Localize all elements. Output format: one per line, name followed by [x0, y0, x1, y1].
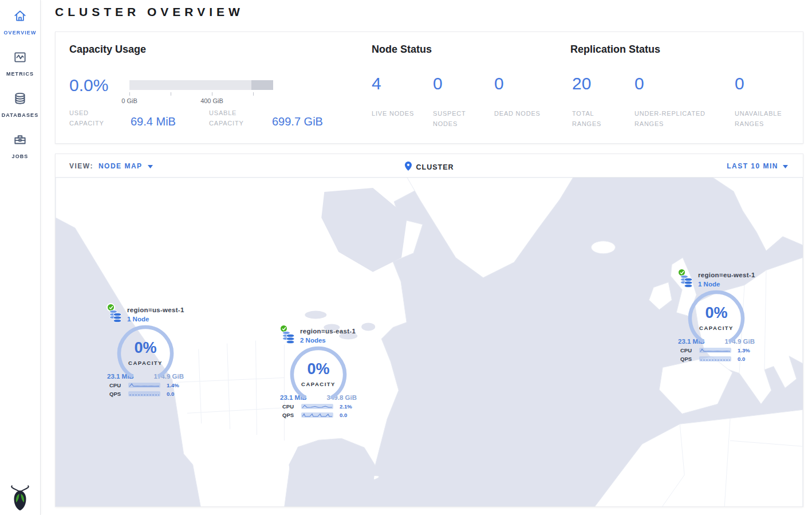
- sidebar-item-jobs[interactable]: JOBS: [0, 124, 40, 165]
- total-ranges-value: 20: [572, 75, 625, 92]
- chevron-down-icon: [783, 162, 788, 170]
- stat-dead-nodes: 0 DEAD NODES: [494, 75, 547, 119]
- stat-suspect-nodes: 0 SUSPECT NODES: [433, 75, 486, 129]
- locality-name[interactable]: region=us-west-1: [127, 306, 184, 313]
- cpu-sparkline: [301, 404, 333, 409]
- locality-marker-us-west-1: region=us-west-1 1 Node 0% CAPACITY 23.1…: [105, 303, 186, 397]
- metrics-icon: [13, 50, 27, 67]
- usable-capacity-value: 699.7 GiB: [272, 115, 323, 128]
- used-capacity-label: USED CAPACITY: [69, 108, 120, 128]
- sidebar-item-label: JOBS: [12, 154, 29, 159]
- sidebar-item-metrics[interactable]: METRICS: [0, 41, 40, 82]
- cockroachdb-logo: [0, 484, 40, 512]
- capacity-caption: CAPACITY: [290, 381, 347, 387]
- capacity-usage-title: Capacity Usage: [69, 44, 146, 56]
- sidebar: OVERVIEW METRICS DATABASES JOBS: [0, 0, 41, 515]
- replication-status-title: Replication Status: [570, 44, 660, 56]
- locality-node-count[interactable]: 1 Node: [127, 316, 149, 323]
- qps-value: 0.0: [167, 391, 174, 397]
- locality-node-count[interactable]: 1 Node: [698, 281, 720, 288]
- unavailable-ranges-value: 0: [735, 75, 798, 92]
- locality-database-icon: [109, 308, 124, 327]
- stat-live-nodes: 4 LIVE NODES: [372, 75, 424, 119]
- qps-sparkline: [301, 412, 333, 418]
- locality-name[interactable]: region=eu-west-1: [698, 272, 755, 278]
- used-capacity-value: 69.4 MiB: [131, 115, 176, 128]
- view-selector[interactable]: VIEW: NODE MAP: [69, 162, 153, 170]
- node-status-title: Node Status: [372, 44, 432, 56]
- capacity-axis-tick: [253, 92, 254, 96]
- sidebar-item-label: OVERVIEW: [3, 30, 36, 36]
- capacity-tick-label-400: 400 GiB: [195, 97, 229, 104]
- capacity-caption: CAPACITY: [688, 325, 745, 331]
- capacity-tick-label-0: 0 GiB: [112, 97, 147, 104]
- cpu-label: CPU: [109, 382, 128, 388]
- node-map-card: VIEW: NODE MAP CLUSTER LAST 10 MIN: [55, 154, 803, 507]
- total-ranges-label: TOTAL RANGES: [572, 109, 625, 129]
- cpu-label: CPU: [282, 403, 301, 410]
- suspect-nodes-value: 0: [433, 75, 486, 92]
- cpu-label: CPU: [680, 347, 699, 353]
- sidebar-item-label: DATABASES: [2, 112, 39, 118]
- live-nodes-value: 4: [372, 75, 424, 92]
- sidebar-item-databases[interactable]: DATABASES: [0, 82, 40, 124]
- cpu-sparkline: [128, 383, 160, 388]
- cpu-sparkline: [699, 348, 731, 353]
- locality-database-icon: [680, 273, 695, 292]
- capacity-gauge: 0% CAPACITY: [117, 325, 174, 382]
- locality-marker-us-east-1: region=us-east-1 2 Nodes 0% CAPACITY 23.…: [278, 324, 358, 418]
- locality-marker-eu-west-1: region=eu-west-1 1 Node 0% CAPACITY 23.1…: [676, 268, 756, 362]
- under-replicated-ranges-value: 0: [634, 75, 727, 92]
- capacity-percent: 0%: [117, 339, 174, 357]
- briefcase-icon: [13, 132, 27, 150]
- capacity-percent: 0%: [290, 360, 347, 378]
- sidebar-item-overview[interactable]: OVERVIEW: [0, 0, 40, 41]
- cpu-value: 2.1%: [340, 403, 352, 410]
- breadcrumb[interactable]: CLUSTER: [404, 162, 454, 172]
- time-range-selector[interactable]: LAST 10 MIN: [727, 162, 788, 170]
- dead-nodes-label: DEAD NODES: [494, 109, 547, 119]
- sidebar-item-label: METRICS: [6, 71, 34, 77]
- stat-total-ranges: 20 TOTAL RANGES: [572, 75, 625, 129]
- locality-database-icon: [282, 329, 297, 348]
- qps-label: QPS: [109, 391, 128, 397]
- dead-nodes-value: 0: [494, 75, 547, 92]
- cpu-value: 1.3%: [738, 347, 750, 353]
- database-icon: [13, 91, 27, 108]
- page-title: CLUSTER OVERVIEW: [55, 5, 244, 19]
- capacity-bar-reserved-segment: [251, 80, 273, 90]
- usable-capacity-label: USABLE CAPACITY: [209, 108, 259, 128]
- home-icon: [13, 9, 27, 26]
- view-value: NODE MAP: [98, 162, 143, 170]
- qps-value: 0.0: [738, 356, 745, 362]
- time-range-value: LAST 10 MIN: [727, 162, 778, 170]
- breadcrumb-label: CLUSTER: [416, 163, 454, 171]
- chevron-down-icon: [148, 162, 153, 170]
- capacity-bar: [129, 80, 273, 90]
- stat-under-replicated-ranges: 0 UNDER-REPLICATED RANGES: [634, 75, 727, 129]
- capacity-percent: 0%: [688, 304, 745, 322]
- capacity-axis-tick: [171, 92, 171, 96]
- capacity-used-percent: 0.0%: [69, 76, 108, 95]
- capacity-axis-tick: [129, 92, 130, 96]
- live-nodes-label: LIVE NODES: [372, 109, 424, 119]
- locality-name[interactable]: region=us-east-1: [300, 328, 356, 335]
- suspect-nodes-label: SUSPECT NODES: [433, 109, 486, 129]
- qps-label: QPS: [282, 412, 301, 418]
- cluster-summary-card: Capacity Usage Node Status Replication S…: [55, 32, 803, 144]
- capacity-caption: CAPACITY: [117, 360, 174, 366]
- unavailable-ranges-label: UNAVAILABLE RANGES: [735, 109, 798, 129]
- qps-sparkline: [128, 391, 160, 396]
- qps-label: QPS: [680, 356, 699, 362]
- location-pin-icon: [404, 162, 411, 172]
- locality-node-count[interactable]: 2 Nodes: [300, 337, 326, 344]
- stat-unavailable-ranges: 0 UNAVAILABLE RANGES: [735, 75, 798, 129]
- capacity-gauge: 0% CAPACITY: [290, 346, 347, 403]
- main-content: CLUSTER OVERVIEW Capacity Usage Node Sta…: [41, 0, 812, 515]
- world-map: region=us-west-1 1 Node 0% CAPACITY 23.1…: [56, 178, 803, 506]
- qps-sparkline: [699, 356, 731, 361]
- cpu-value: 1.4%: [167, 382, 179, 388]
- under-replicated-ranges-label: UNDER-REPLICATED RANGES: [634, 109, 727, 129]
- capacity-axis-tick: [212, 92, 212, 96]
- map-toolbar: VIEW: NODE MAP CLUSTER LAST 10 MIN: [56, 154, 803, 178]
